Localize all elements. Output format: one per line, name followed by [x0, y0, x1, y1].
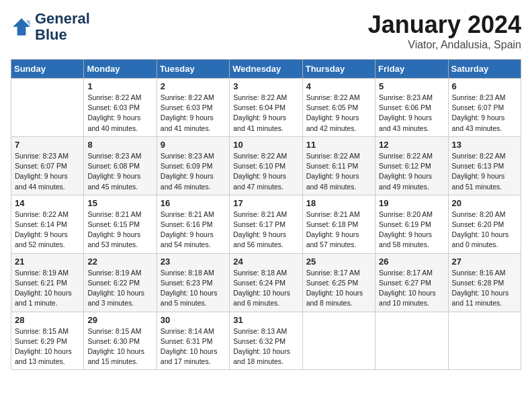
- calendar-cell: 16Sunrise: 8:21 AMSunset: 6:16 PMDayligh…: [157, 195, 229, 253]
- day-number: 6: [452, 81, 517, 91]
- sunrise-text: Sunrise: 8:22 AM: [15, 210, 69, 218]
- sunrise-text: Sunrise: 8:22 AM: [87, 93, 141, 101]
- sunrise-text: Sunrise: 8:22 AM: [306, 93, 360, 101]
- sunset-text: Sunset: 6:12 PM: [379, 162, 431, 170]
- daylight-text: Daylight: 9 hours and 45 minutes.: [87, 172, 140, 190]
- day-info: Sunrise: 8:20 AMSunset: 6:19 PMDaylight:…: [379, 210, 444, 250]
- day-number: 29: [87, 315, 152, 325]
- sunrise-text: Sunrise: 8:23 AM: [161, 152, 214, 160]
- daylight-text: Daylight: 9 hours and 51 minutes.: [452, 172, 505, 190]
- day-info: Sunrise: 8:13 AMSunset: 6:32 PMDaylight:…: [233, 326, 298, 367]
- sunrise-text: Sunrise: 8:19 AM: [87, 269, 141, 277]
- sunset-text: Sunset: 6:03 PM: [161, 103, 213, 111]
- month-title: January 2024: [368, 11, 521, 39]
- day-number: 21: [15, 257, 80, 267]
- week-row-3: 14Sunrise: 8:22 AMSunset: 6:14 PMDayligh…: [11, 195, 521, 253]
- day-number: 7: [15, 140, 80, 150]
- logo-line1: General: [35, 11, 90, 27]
- sunset-text: Sunset: 6:21 PM: [15, 279, 67, 287]
- day-number: 19: [379, 198, 444, 208]
- day-number: 17: [233, 198, 298, 208]
- header-cell-tuesday: Tuesday: [157, 60, 229, 79]
- sunrise-text: Sunrise: 8:15 AM: [87, 327, 141, 335]
- page-header: General Blue January 2024 Viator, Andalu…: [11, 11, 521, 51]
- calendar-cell: 12Sunrise: 8:22 AMSunset: 6:12 PMDayligh…: [375, 136, 448, 195]
- calendar-cell: 5Sunrise: 8:23 AMSunset: 6:06 PMDaylight…: [375, 79, 448, 137]
- day-info: Sunrise: 8:22 AMSunset: 6:12 PMDaylight:…: [379, 151, 444, 192]
- sunrise-text: Sunrise: 8:22 AM: [233, 93, 287, 101]
- calendar-cell: 31Sunrise: 8:13 AMSunset: 6:32 PMDayligh…: [230, 312, 302, 370]
- day-number: 15: [87, 198, 152, 208]
- sunrise-text: Sunrise: 8:21 AM: [87, 210, 141, 218]
- day-number: 25: [306, 257, 371, 267]
- day-info: Sunrise: 8:15 AMSunset: 6:30 PMDaylight:…: [87, 326, 152, 367]
- sunset-text: Sunset: 6:15 PM: [87, 220, 140, 228]
- day-number: 10: [233, 140, 298, 150]
- week-row-4: 21Sunrise: 8:19 AMSunset: 6:21 PMDayligh…: [11, 253, 521, 312]
- day-info: Sunrise: 8:22 AMSunset: 6:14 PMDaylight:…: [15, 210, 80, 250]
- header-cell-monday: Monday: [84, 60, 157, 79]
- calendar-cell: 15Sunrise: 8:21 AMSunset: 6:15 PMDayligh…: [84, 195, 157, 253]
- sunrise-text: Sunrise: 8:23 AM: [379, 93, 433, 101]
- sunrise-text: Sunrise: 8:21 AM: [233, 210, 287, 218]
- day-info: Sunrise: 8:22 AMSunset: 6:10 PMDaylight:…: [233, 151, 298, 192]
- header-cell-wednesday: Wednesday: [230, 60, 302, 79]
- daylight-text: Daylight: 10 hours and 13 minutes.: [15, 347, 72, 365]
- day-info: Sunrise: 8:23 AMSunset: 6:09 PMDaylight:…: [161, 151, 226, 192]
- daylight-text: Daylight: 10 hours and 6 minutes.: [233, 289, 290, 307]
- calendar-cell: 14Sunrise: 8:22 AMSunset: 6:14 PMDayligh…: [11, 195, 84, 253]
- sunset-text: Sunset: 6:27 PM: [379, 279, 431, 287]
- sunrise-text: Sunrise: 8:17 AM: [379, 269, 433, 277]
- calendar-cell: 24Sunrise: 8:18 AMSunset: 6:24 PMDayligh…: [230, 253, 302, 312]
- sunrise-text: Sunrise: 8:22 AM: [379, 152, 433, 160]
- sunset-text: Sunset: 6:03 PM: [87, 103, 140, 111]
- day-info: Sunrise: 8:17 AMSunset: 6:27 PMDaylight:…: [379, 268, 444, 309]
- day-number: 23: [161, 257, 226, 267]
- daylight-text: Daylight: 9 hours and 44 minutes.: [15, 172, 68, 190]
- daylight-text: Daylight: 9 hours and 54 minutes.: [161, 230, 214, 248]
- calendar-cell: 28Sunrise: 8:15 AMSunset: 6:29 PMDayligh…: [11, 312, 84, 370]
- sunset-text: Sunset: 6:18 PM: [306, 220, 359, 228]
- sunset-text: Sunset: 6:06 PM: [379, 103, 431, 111]
- sunset-text: Sunset: 6:07 PM: [15, 162, 67, 170]
- calendar-cell: 7Sunrise: 8:23 AMSunset: 6:07 PMDaylight…: [11, 136, 84, 195]
- day-number: 8: [87, 140, 152, 150]
- day-number: 12: [379, 140, 444, 150]
- day-info: Sunrise: 8:22 AMSunset: 6:03 PMDaylight:…: [161, 93, 226, 134]
- day-number: 16: [161, 198, 226, 208]
- sunset-text: Sunset: 6:09 PM: [161, 162, 213, 170]
- daylight-text: Daylight: 9 hours and 46 minutes.: [161, 172, 214, 190]
- day-number: 18: [306, 198, 371, 208]
- sunrise-text: Sunrise: 8:21 AM: [161, 210, 214, 218]
- calendar-cell: 26Sunrise: 8:17 AMSunset: 6:27 PMDayligh…: [375, 253, 448, 312]
- day-info: Sunrise: 8:21 AMSunset: 6:18 PMDaylight:…: [306, 210, 371, 250]
- day-info: Sunrise: 8:23 AMSunset: 6:07 PMDaylight:…: [15, 151, 80, 192]
- calendar-cell: 13Sunrise: 8:22 AMSunset: 6:13 PMDayligh…: [448, 136, 521, 195]
- sunset-text: Sunset: 6:08 PM: [87, 162, 140, 170]
- calendar-cell: [11, 79, 84, 137]
- day-info: Sunrise: 8:16 AMSunset: 6:28 PMDaylight:…: [452, 268, 517, 309]
- week-row-2: 7Sunrise: 8:23 AMSunset: 6:07 PMDaylight…: [11, 136, 521, 195]
- daylight-text: Daylight: 10 hours and 17 minutes.: [161, 347, 218, 365]
- sunset-text: Sunset: 6:30 PM: [87, 337, 140, 345]
- day-info: Sunrise: 8:18 AMSunset: 6:24 PMDaylight:…: [233, 268, 298, 309]
- daylight-text: Daylight: 9 hours and 47 minutes.: [233, 172, 286, 190]
- sunset-text: Sunset: 6:10 PM: [233, 162, 285, 170]
- daylight-text: Daylight: 9 hours and 58 minutes.: [379, 230, 432, 248]
- sunrise-text: Sunrise: 8:22 AM: [161, 93, 214, 101]
- day-number: 5: [379, 81, 444, 91]
- day-number: 13: [452, 140, 517, 150]
- calendar-cell: 2Sunrise: 8:22 AMSunset: 6:03 PMDaylight…: [157, 79, 229, 137]
- calendar-cell: 23Sunrise: 8:18 AMSunset: 6:23 PMDayligh…: [157, 253, 229, 312]
- day-info: Sunrise: 8:15 AMSunset: 6:29 PMDaylight:…: [15, 326, 80, 367]
- daylight-text: Daylight: 10 hours and 11 minutes.: [452, 289, 509, 307]
- header-cell-sunday: Sunday: [11, 60, 84, 79]
- sunrise-text: Sunrise: 8:18 AM: [161, 269, 214, 277]
- calendar-cell: 20Sunrise: 8:20 AMSunset: 6:20 PMDayligh…: [448, 195, 521, 253]
- calendar-cell: 19Sunrise: 8:20 AMSunset: 6:19 PMDayligh…: [375, 195, 448, 253]
- daylight-text: Daylight: 9 hours and 56 minutes.: [233, 230, 286, 248]
- sunrise-text: Sunrise: 8:13 AM: [233, 327, 287, 335]
- day-number: 27: [452, 257, 517, 267]
- day-number: 14: [15, 198, 80, 208]
- sunset-text: Sunset: 6:31 PM: [161, 337, 213, 345]
